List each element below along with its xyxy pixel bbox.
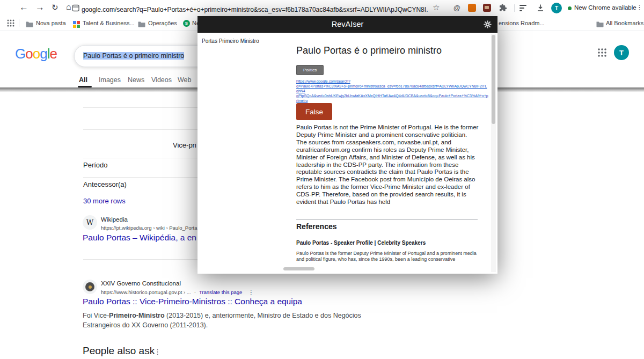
chrome-update-notice[interactable]: New Chrome available xyxy=(574,4,636,11)
logo-letter: G xyxy=(15,46,25,62)
result-site-name: Wikipedia xyxy=(101,216,128,223)
gov-favicon-emblem xyxy=(85,282,94,291)
category-badge[interactable]: Politics xyxy=(296,65,324,75)
table-row-label: Período xyxy=(83,161,108,169)
modal-title: RevAIser xyxy=(197,20,497,28)
tab-videos[interactable]: Videos xyxy=(151,76,172,84)
logo-letter: g xyxy=(40,46,47,62)
table-row-divider xyxy=(83,158,197,158)
forward-button[interactable]: → xyxy=(35,3,45,12)
extension-red-inner xyxy=(485,6,489,9)
gov-favicon xyxy=(83,280,97,294)
wikipedia-favicon-letter: W xyxy=(86,218,93,226)
tab-news[interactable]: News xyxy=(128,76,144,84)
bookmark-item-right-partial[interactable]: ensions Roadm... xyxy=(499,20,545,26)
result-divider xyxy=(83,259,197,260)
result-breadcrumb-row: https://www.historico.portugal.gov.pt › … xyxy=(101,288,254,296)
section-divider xyxy=(296,219,478,219)
reference-title[interactable]: Paulo Portas - Speaker Profile | Celebri… xyxy=(296,240,426,246)
table-row-divider xyxy=(83,129,197,130)
google-logo: Google xyxy=(15,46,57,62)
reload-button[interactable]: ↻ xyxy=(52,3,58,11)
result-title-link[interactable]: Paulo Portas – Wikipédia, a en xyxy=(83,233,196,243)
table-row-divider xyxy=(83,107,197,108)
reference-text: Paulo Portas is the former Deputy Prime … xyxy=(296,251,479,262)
result-title-link[interactable]: Paulo Portas :: Vice-Primeiro-Ministros … xyxy=(83,297,302,306)
breadcrumb-separator: · xyxy=(194,289,196,295)
bookmarks-divider xyxy=(19,19,19,27)
snippet-bold-text: Primeiro-Ministro xyxy=(109,312,165,319)
source-link-line: gPtpSQcA&ved=0ahUKEwjy2bLhwfaKAxXMxQIHHT… xyxy=(296,93,488,103)
extension-at-icon[interactable]: @ xyxy=(453,4,460,11)
source-link-line: q=Paulo+Portas+%C3%A9+o+primeiro+ministr… xyxy=(296,84,488,93)
modal-vertical-scrollbar-thumb[interactable] xyxy=(492,35,495,124)
source-link-line: https://www.google.com/search? xyxy=(296,79,488,84)
result-snippet: Foi Vice-Primeiro-Ministro (2013-2015) e… xyxy=(83,311,379,330)
bookmark-item-operacoes[interactable]: Operações xyxy=(148,20,177,26)
browser-window: ← → ↻ ⌂ google.com/search?q=Paulo+Portas… xyxy=(0,0,644,359)
update-indicator-dot xyxy=(568,6,572,10)
bookmark-item-nova-pasta[interactable]: Nova pasta xyxy=(36,20,66,26)
people-also-ask-heading: People also ask xyxy=(83,345,155,357)
table-row-label: Antecessor(a) xyxy=(83,180,127,188)
table-cell-partial: Vice-pri xyxy=(173,141,196,149)
browser-menu-icon[interactable]: ⋮ xyxy=(636,4,643,11)
logo-letter: o xyxy=(33,46,40,62)
google-apps-grid-icon[interactable] xyxy=(597,47,608,58)
snippet-text: Foi Vice- xyxy=(83,312,109,319)
back-button[interactable]: ← xyxy=(19,3,28,12)
extension-orange-icon[interactable] xyxy=(468,4,476,12)
bookmark-s-icon: S xyxy=(183,20,190,27)
folder-icon xyxy=(26,21,33,27)
claim-heading: Paulo Portas é o primeiro ministro xyxy=(296,45,442,56)
bookmark-item-talent-business[interactable]: Talent & Business... xyxy=(83,20,135,26)
claim-list-item[interactable]: Portas Primeiro Ministro xyxy=(202,38,259,44)
result-site-name: XXIV Governo Constitucional xyxy=(101,280,181,287)
google-profile-avatar[interactable]: T xyxy=(614,45,629,60)
extension-red-icon[interactable] xyxy=(483,4,491,12)
address-bar-url: google.com/search?q=Paulo+Portas+é+o+pri… xyxy=(82,6,428,13)
tab-web[interactable]: Web xyxy=(178,76,191,84)
revaiser-modal: RevAIser Portas Primeiro Ministro Paulo … xyxy=(197,16,497,274)
filter-lines-icon[interactable] xyxy=(519,4,528,12)
table-row-divider xyxy=(83,177,197,178)
browser-toolbar: ← → ↻ ⌂ google.com/search?q=Paulo+Portas… xyxy=(0,0,644,16)
search-query-text: Paulo Portas é o primeiro ministro xyxy=(83,52,184,60)
modal-header: RevAIser xyxy=(197,16,497,33)
home-button[interactable]: ⌂ xyxy=(66,3,71,11)
toolbar-divider xyxy=(514,4,515,12)
bookmark-star-icon[interactable]: ☆ xyxy=(433,3,440,11)
references-heading: References xyxy=(296,222,337,231)
translate-page-link[interactable]: Translate this page xyxy=(199,289,242,295)
downloads-icon[interactable] xyxy=(536,4,545,12)
more-rows-link[interactable]: 30 more rows xyxy=(83,197,126,205)
selected-query-text: Paulo Portas é o primeiro ministro xyxy=(83,52,184,60)
extensions-puzzle-icon[interactable] xyxy=(498,3,507,12)
all-bookmarks-folder-icon xyxy=(596,21,604,27)
site-info-icon[interactable] xyxy=(72,4,79,12)
result-breadcrumb: https://pt.wikipedia.org › wiki › Paulo_… xyxy=(101,225,197,231)
verdict-button[interactable]: False xyxy=(296,103,332,120)
result-breadcrumb: https://www.historico.portugal.gov.pt › … xyxy=(101,289,191,295)
analysis-text: Paulo Portas is not the Prime Minister o… xyxy=(296,124,479,206)
logo-letter: e xyxy=(49,46,56,62)
people-also-ask-options-icon[interactable]: ⋮ xyxy=(154,348,161,356)
tab-all[interactable]: All xyxy=(79,76,87,84)
settings-gear-icon[interactable] xyxy=(483,20,492,29)
browser-profile-avatar[interactable]: T xyxy=(551,3,562,13)
modal-horizontal-scrollbar-thumb[interactable] xyxy=(283,267,314,270)
logo-letter: o xyxy=(25,46,32,62)
address-bar[interactable]: google.com/search?q=Paulo+Portas+é+o+pri… xyxy=(82,4,428,14)
result-options-icon[interactable]: ⋮ xyxy=(247,288,254,296)
modal-vertical-scrollbar[interactable] xyxy=(491,34,496,272)
tab-images[interactable]: Images xyxy=(99,76,121,84)
folder-icon xyxy=(138,21,145,27)
wikipedia-favicon: W xyxy=(83,215,97,230)
all-bookmarks-button[interactable]: All Bookmarks xyxy=(606,20,643,26)
apps-grid-icon[interactable] xyxy=(6,19,15,27)
workspace-grid-icon xyxy=(73,21,80,28)
